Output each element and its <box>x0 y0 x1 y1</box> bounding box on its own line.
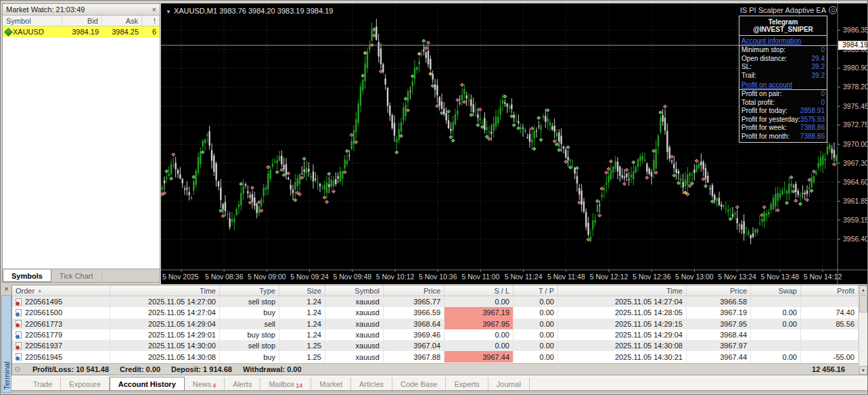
order-row[interactable]: 2205619452025.11.05 14:30:08buy1.25xauus… <box>12 351 859 362</box>
column-header-type-2[interactable]: Type <box>220 285 279 296</box>
ea-stat-row: Profit for today:2858.91 <box>739 107 827 116</box>
market-watch-tab-symbols[interactable]: Symbols <box>3 270 51 282</box>
tab-label: Mailbox <box>269 380 294 388</box>
svg-text:5 Nov 10:12: 5 Nov 10:12 <box>376 273 415 281</box>
order-cell: xauusd <box>325 296 384 307</box>
table-scrollbar[interactable]: ▲ ▼ <box>859 285 867 375</box>
column-header-size-3[interactable]: Size <box>279 285 325 296</box>
ea-stat-value: 7388.86 <box>800 133 825 141</box>
column-header-price-5[interactable]: Price <box>384 285 444 296</box>
scroll-thumb[interactable] <box>859 295 867 312</box>
ea-stat-value: 39.2 <box>812 72 825 80</box>
ea-section-title: Account information <box>739 36 827 46</box>
sell-order-icon <box>16 298 22 306</box>
tab-trade[interactable]: Trade <box>25 377 61 390</box>
ea-stat-value: 0 <box>821 90 825 99</box>
order-row[interactable]: 2205617792025.11.05 14:29:01buy stop1.24… <box>12 329 859 340</box>
tab-code-base[interactable]: Code Base <box>392 377 446 390</box>
summary-deposit: Deposit: 1 914.68 <box>171 365 232 373</box>
order-cell: 3967.95 <box>687 319 751 329</box>
order-cell: 3968.44 <box>687 329 751 340</box>
order-cell: 0.00 <box>513 351 558 362</box>
order-cell: 2025.11.05 14:27:04 <box>110 307 220 318</box>
market-watch-panel: Market Watch: 21:03:49 × Symbol Bid Ask … <box>2 3 160 283</box>
ea-stat-value: 7388.86 <box>800 124 825 133</box>
order-cell: 0.00 <box>751 351 801 362</box>
order-cell: 220561773 <box>12 319 110 329</box>
tab-label: Alerts <box>233 380 252 388</box>
tab-experts[interactable]: Experts <box>446 377 488 390</box>
tab-alerts[interactable]: Alerts <box>225 377 260 390</box>
column-symbol[interactable]: Symbol <box>3 16 62 26</box>
svg-text:5 Nov 14:12: 5 Nov 14:12 <box>804 273 842 281</box>
tab-label: Exposure <box>69 380 100 388</box>
tab-market[interactable]: Market <box>311 377 351 390</box>
ea-name-label: IS PI Scalper Adaptive EA ☺ <box>740 6 837 14</box>
tab-articles[interactable]: Articles <box>351 377 392 390</box>
ea-smiley-icon[interactable]: ☺ <box>829 6 837 14</box>
column-header-swap-10[interactable]: Swap <box>751 285 801 296</box>
ea-stat-label: Trail: <box>741 72 756 80</box>
ask-value: 3984.25 <box>102 26 142 37</box>
tab-badge: 4 <box>212 382 216 390</box>
order-cell <box>751 296 801 307</box>
order-number: 220561495 <box>25 298 62 306</box>
market-watch-tab-tick-chart[interactable]: Tick Chart <box>51 270 102 282</box>
tab-exposure[interactable]: Exposure <box>61 377 109 390</box>
column-header-time-8[interactable]: Time <box>558 285 687 296</box>
order-cell: sell stop <box>220 296 279 307</box>
chart-dropdown-icon[interactable]: ▼ <box>166 9 171 15</box>
tab-journal[interactable]: Journal <box>488 377 530 390</box>
column-ask[interactable]: Ask <box>102 16 142 26</box>
column-header-symbol-4[interactable]: Symbol <box>325 285 384 296</box>
column-header-time-1[interactable]: Time <box>110 285 220 296</box>
column-header-tp-7[interactable]: T / P <box>513 285 558 296</box>
svg-text:3961.85: 3961.85 <box>843 197 868 205</box>
tab-label: Code Base <box>401 380 437 388</box>
tab-account-history[interactable]: Account History <box>110 377 185 390</box>
order-row[interactable]: 2205614952025.11.05 14:27:00sell stop1.2… <box>12 296 859 307</box>
column-header-price-9[interactable]: Price <box>687 285 751 296</box>
tab-mailbox[interactable]: Mailbox14 <box>260 377 311 390</box>
column-bid[interactable]: Bid <box>62 16 102 26</box>
order-cell: 2025.11.05 14:29:04 <box>558 329 687 340</box>
order-cell: -55.00 <box>801 351 859 362</box>
ea-stat-label: Open distance: <box>741 55 787 64</box>
column-header-sl-6[interactable]: S / L <box>444 285 513 296</box>
order-cell: 0.00 <box>513 319 558 329</box>
order-number: 220561500 <box>25 308 62 317</box>
summary-status-icon <box>15 367 20 372</box>
market-watch-close-icon[interactable]: × <box>152 6 156 13</box>
chart-area[interactable]: 3986.353983.603980.903978.203975.453972.… <box>161 3 868 284</box>
terminal-close-icon[interactable]: × <box>1 285 12 295</box>
order-number: 220561779 <box>25 331 62 339</box>
order-cell: 1.24 <box>279 296 325 307</box>
order-cell: 2025.11.05 14:30:08 <box>110 351 220 362</box>
ea-stat-label: Total profit: <box>741 99 775 108</box>
order-cell: 2025.11.05 14:28:05 <box>558 307 687 318</box>
column-header-order[interactable]: Order▲ <box>12 285 110 296</box>
market-watch-empty-area <box>3 37 160 269</box>
ea-stat-row: Minimum stop:0 <box>739 46 827 55</box>
column-header-profit-11[interactable]: Profit <box>801 285 859 296</box>
order-cell <box>801 340 859 351</box>
column-alert[interactable]: ! <box>142 16 160 26</box>
svg-text:3959.15: 3959.15 <box>843 216 868 224</box>
svg-text:3986.35: 3986.35 <box>843 26 868 34</box>
scroll-up-icon[interactable]: ▲ <box>859 285 867 294</box>
svg-text:5 Nov 13:48: 5 Nov 13:48 <box>760 273 799 281</box>
svg-text:3980.90: 3980.90 <box>843 64 868 72</box>
tab-label: Articles <box>359 380 384 388</box>
sl-cell: 0.00 <box>444 296 513 307</box>
ea-stat-row: Profit for yesterday:3575.93 <box>739 116 827 124</box>
order-cell: 3966.59 <box>384 307 444 318</box>
order-row[interactable]: 2205619372025.11.05 14:30:00sell stop1.2… <box>12 340 859 351</box>
symbol-row-xauusd[interactable]: XAUUSD 3984.19 3984.25 6 <box>3 26 160 37</box>
scroll-down-icon[interactable]: ▼ <box>859 366 867 375</box>
summary-withdrawal: Withdrawal: 0.00 <box>243 365 302 373</box>
order-row[interactable]: 2205617732025.11.05 14:29:04sell1.24xauu… <box>12 319 859 329</box>
svg-text:3956.40: 3956.40 <box>843 235 868 243</box>
sell-order-icon <box>16 342 22 350</box>
order-row[interactable]: 2205615002025.11.05 14:27:04buy1.24xauus… <box>12 307 859 318</box>
tab-news[interactable]: News4 <box>185 377 225 390</box>
